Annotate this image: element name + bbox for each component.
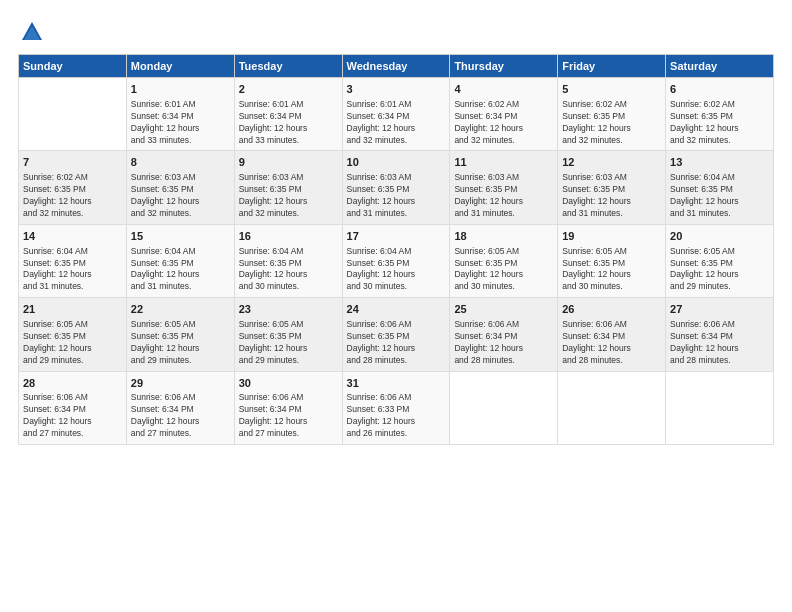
day-number: 8 — [131, 155, 230, 170]
calendar-cell: 21Sunrise: 6:05 AM Sunset: 6:35 PM Dayli… — [19, 298, 127, 371]
calendar-cell: 19Sunrise: 6:05 AM Sunset: 6:35 PM Dayli… — [558, 224, 666, 297]
day-info: Sunrise: 6:02 AM Sunset: 6:35 PM Dayligh… — [670, 99, 769, 147]
calendar-cell: 10Sunrise: 6:03 AM Sunset: 6:35 PM Dayli… — [342, 151, 450, 224]
weekday-header-thursday: Thursday — [450, 55, 558, 78]
day-number: 19 — [562, 229, 661, 244]
day-number: 21 — [23, 302, 122, 317]
day-number: 13 — [670, 155, 769, 170]
day-info: Sunrise: 6:04 AM Sunset: 6:35 PM Dayligh… — [131, 246, 230, 294]
day-info: Sunrise: 6:06 AM Sunset: 6:34 PM Dayligh… — [670, 319, 769, 367]
weekday-header-friday: Friday — [558, 55, 666, 78]
calendar-cell: 8Sunrise: 6:03 AM Sunset: 6:35 PM Daylig… — [126, 151, 234, 224]
calendar-cell: 1Sunrise: 6:01 AM Sunset: 6:34 PM Daylig… — [126, 78, 234, 151]
day-info: Sunrise: 6:05 AM Sunset: 6:35 PM Dayligh… — [562, 246, 661, 294]
day-info: Sunrise: 6:03 AM Sunset: 6:35 PM Dayligh… — [131, 172, 230, 220]
day-number: 18 — [454, 229, 553, 244]
day-info: Sunrise: 6:01 AM Sunset: 6:34 PM Dayligh… — [239, 99, 338, 147]
day-info: Sunrise: 6:04 AM Sunset: 6:35 PM Dayligh… — [23, 246, 122, 294]
day-number: 3 — [347, 82, 446, 97]
day-number: 27 — [670, 302, 769, 317]
day-number: 5 — [562, 82, 661, 97]
week-row-1: 1Sunrise: 6:01 AM Sunset: 6:34 PM Daylig… — [19, 78, 774, 151]
day-info: Sunrise: 6:05 AM Sunset: 6:35 PM Dayligh… — [131, 319, 230, 367]
weekday-header-saturday: Saturday — [666, 55, 774, 78]
weekday-header-monday: Monday — [126, 55, 234, 78]
calendar-cell — [558, 371, 666, 444]
day-info: Sunrise: 6:02 AM Sunset: 6:34 PM Dayligh… — [454, 99, 553, 147]
calendar-cell: 12Sunrise: 6:03 AM Sunset: 6:35 PM Dayli… — [558, 151, 666, 224]
day-info: Sunrise: 6:06 AM Sunset: 6:34 PM Dayligh… — [239, 392, 338, 440]
day-info: Sunrise: 6:05 AM Sunset: 6:35 PM Dayligh… — [23, 319, 122, 367]
calendar-cell: 2Sunrise: 6:01 AM Sunset: 6:34 PM Daylig… — [234, 78, 342, 151]
calendar-cell: 7Sunrise: 6:02 AM Sunset: 6:35 PM Daylig… — [19, 151, 127, 224]
day-number: 22 — [131, 302, 230, 317]
week-row-3: 14Sunrise: 6:04 AM Sunset: 6:35 PM Dayli… — [19, 224, 774, 297]
logo-icon — [18, 18, 46, 46]
calendar-cell: 6Sunrise: 6:02 AM Sunset: 6:35 PM Daylig… — [666, 78, 774, 151]
day-info: Sunrise: 6:04 AM Sunset: 6:35 PM Dayligh… — [670, 172, 769, 220]
day-info: Sunrise: 6:02 AM Sunset: 6:35 PM Dayligh… — [562, 99, 661, 147]
day-number: 30 — [239, 376, 338, 391]
weekday-header-sunday: Sunday — [19, 55, 127, 78]
day-number: 26 — [562, 302, 661, 317]
day-number: 7 — [23, 155, 122, 170]
day-info: Sunrise: 6:06 AM Sunset: 6:34 PM Dayligh… — [131, 392, 230, 440]
day-info: Sunrise: 6:05 AM Sunset: 6:35 PM Dayligh… — [239, 319, 338, 367]
calendar-cell: 18Sunrise: 6:05 AM Sunset: 6:35 PM Dayli… — [450, 224, 558, 297]
day-number: 17 — [347, 229, 446, 244]
calendar-cell: 3Sunrise: 6:01 AM Sunset: 6:34 PM Daylig… — [342, 78, 450, 151]
calendar-cell: 31Sunrise: 6:06 AM Sunset: 6:33 PM Dayli… — [342, 371, 450, 444]
calendar-cell: 13Sunrise: 6:04 AM Sunset: 6:35 PM Dayli… — [666, 151, 774, 224]
calendar-cell: 26Sunrise: 6:06 AM Sunset: 6:34 PM Dayli… — [558, 298, 666, 371]
calendar-cell — [450, 371, 558, 444]
calendar-cell: 28Sunrise: 6:06 AM Sunset: 6:34 PM Dayli… — [19, 371, 127, 444]
week-row-5: 28Sunrise: 6:06 AM Sunset: 6:34 PM Dayli… — [19, 371, 774, 444]
day-info: Sunrise: 6:06 AM Sunset: 6:35 PM Dayligh… — [347, 319, 446, 367]
day-info: Sunrise: 6:05 AM Sunset: 6:35 PM Dayligh… — [670, 246, 769, 294]
logo — [18, 18, 50, 46]
calendar-cell: 23Sunrise: 6:05 AM Sunset: 6:35 PM Dayli… — [234, 298, 342, 371]
calendar-cell — [19, 78, 127, 151]
day-number: 1 — [131, 82, 230, 97]
day-info: Sunrise: 6:06 AM Sunset: 6:34 PM Dayligh… — [23, 392, 122, 440]
calendar-cell — [666, 371, 774, 444]
calendar-cell: 15Sunrise: 6:04 AM Sunset: 6:35 PM Dayli… — [126, 224, 234, 297]
calendar-table: SundayMondayTuesdayWednesdayThursdayFrid… — [18, 54, 774, 445]
day-number: 10 — [347, 155, 446, 170]
day-info: Sunrise: 6:03 AM Sunset: 6:35 PM Dayligh… — [239, 172, 338, 220]
calendar-cell: 29Sunrise: 6:06 AM Sunset: 6:34 PM Dayli… — [126, 371, 234, 444]
day-number: 6 — [670, 82, 769, 97]
day-info: Sunrise: 6:02 AM Sunset: 6:35 PM Dayligh… — [23, 172, 122, 220]
day-info: Sunrise: 6:03 AM Sunset: 6:35 PM Dayligh… — [454, 172, 553, 220]
week-row-2: 7Sunrise: 6:02 AM Sunset: 6:35 PM Daylig… — [19, 151, 774, 224]
day-info: Sunrise: 6:04 AM Sunset: 6:35 PM Dayligh… — [347, 246, 446, 294]
day-number: 15 — [131, 229, 230, 244]
week-row-4: 21Sunrise: 6:05 AM Sunset: 6:35 PM Dayli… — [19, 298, 774, 371]
day-number: 28 — [23, 376, 122, 391]
day-number: 23 — [239, 302, 338, 317]
day-info: Sunrise: 6:06 AM Sunset: 6:34 PM Dayligh… — [562, 319, 661, 367]
day-info: Sunrise: 6:06 AM Sunset: 6:33 PM Dayligh… — [347, 392, 446, 440]
calendar-page: SundayMondayTuesdayWednesdayThursdayFrid… — [0, 0, 792, 612]
calendar-cell: 20Sunrise: 6:05 AM Sunset: 6:35 PM Dayli… — [666, 224, 774, 297]
calendar-cell: 5Sunrise: 6:02 AM Sunset: 6:35 PM Daylig… — [558, 78, 666, 151]
day-info: Sunrise: 6:03 AM Sunset: 6:35 PM Dayligh… — [347, 172, 446, 220]
day-info: Sunrise: 6:01 AM Sunset: 6:34 PM Dayligh… — [131, 99, 230, 147]
header — [18, 18, 774, 46]
day-number: 29 — [131, 376, 230, 391]
day-info: Sunrise: 6:04 AM Sunset: 6:35 PM Dayligh… — [239, 246, 338, 294]
day-number: 20 — [670, 229, 769, 244]
calendar-cell: 25Sunrise: 6:06 AM Sunset: 6:34 PM Dayli… — [450, 298, 558, 371]
day-number: 25 — [454, 302, 553, 317]
day-info: Sunrise: 6:01 AM Sunset: 6:34 PM Dayligh… — [347, 99, 446, 147]
day-number: 31 — [347, 376, 446, 391]
calendar-cell: 4Sunrise: 6:02 AM Sunset: 6:34 PM Daylig… — [450, 78, 558, 151]
calendar-cell: 14Sunrise: 6:04 AM Sunset: 6:35 PM Dayli… — [19, 224, 127, 297]
day-number: 4 — [454, 82, 553, 97]
day-number: 9 — [239, 155, 338, 170]
weekday-header-row: SundayMondayTuesdayWednesdayThursdayFrid… — [19, 55, 774, 78]
calendar-cell: 16Sunrise: 6:04 AM Sunset: 6:35 PM Dayli… — [234, 224, 342, 297]
calendar-cell: 17Sunrise: 6:04 AM Sunset: 6:35 PM Dayli… — [342, 224, 450, 297]
weekday-header-wednesday: Wednesday — [342, 55, 450, 78]
calendar-cell: 11Sunrise: 6:03 AM Sunset: 6:35 PM Dayli… — [450, 151, 558, 224]
